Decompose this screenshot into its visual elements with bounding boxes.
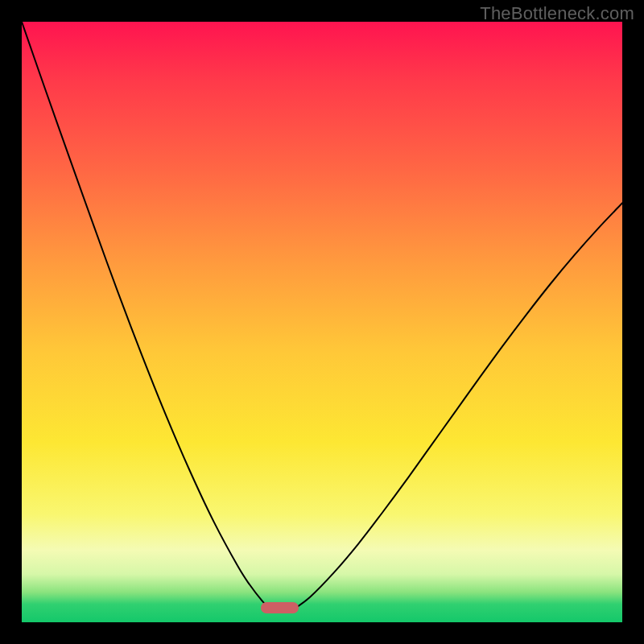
chart-stage: TheBottleneck.com (0, 0, 644, 644)
watermark-text: TheBottleneck.com (480, 3, 634, 24)
gradient-background (22, 22, 622, 622)
plot-area (22, 22, 622, 622)
bottom-marker (261, 602, 299, 613)
